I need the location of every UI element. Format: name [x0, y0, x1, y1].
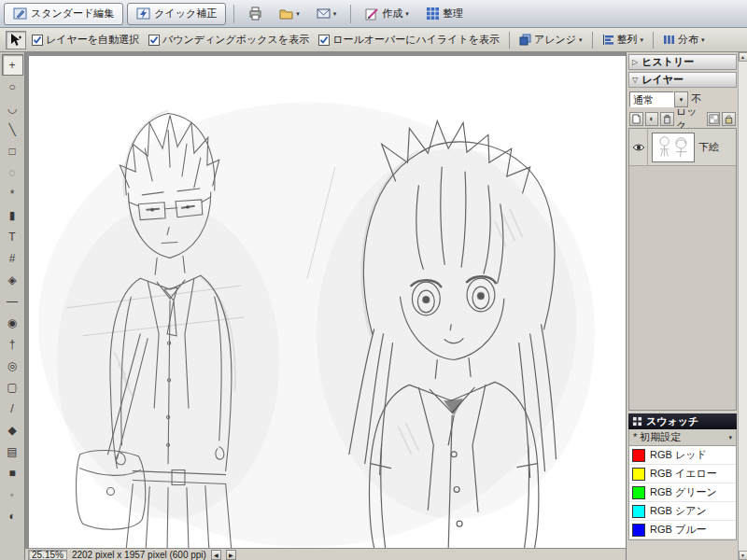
distribute-dropdown[interactable]: 分布 ▾ [659, 31, 709, 49]
swatch-color-chip[interactable] [632, 468, 645, 481]
lock-all-button[interactable] [722, 112, 736, 126]
tab-standard-edit[interactable]: スタンダード編集 [4, 3, 123, 25]
canvas[interactable] [29, 56, 626, 548]
swatch-color-chip[interactable] [632, 524, 645, 537]
blur-tool[interactable]: ◦ [2, 483, 23, 505]
swatches-palette-tab[interactable]: スウォッチ [628, 413, 737, 429]
tab-standard-edit-label: スタンダード編集 [31, 7, 114, 21]
create-button[interactable]: 作成 ▾ [359, 3, 416, 25]
layer-row[interactable]: 下絵 [629, 129, 736, 166]
envelope-icon [317, 7, 331, 21]
healing-brush-tool[interactable]: † [2, 333, 23, 355]
brush-tool[interactable]: / [2, 398, 23, 419]
arrange-label: アレンジ [534, 33, 576, 47]
zoom-level-field[interactable]: 25.15% [28, 550, 67, 560]
document-info: 2202 pixel x 1957 pixel (600 ppi) [72, 550, 206, 560]
shape-tool[interactable]: ■ [2, 462, 23, 483]
red-eye-removal-tool[interactable]: ◉ [2, 312, 23, 333]
swatch-color-chip[interactable] [632, 505, 645, 518]
shortcuts-bar: スタンダード編集 クイック補正 ▾ ▾ [0, 0, 747, 28]
distribute-label: 分布 [678, 33, 698, 47]
sponge-tool[interactable]: ◐ [2, 505, 23, 526]
layer-buttons-row: ◐ ロック [628, 109, 737, 128]
layers-palette-title: レイヤー [641, 73, 684, 87]
show-bounding-box-checkbox[interactable] [148, 35, 160, 46]
gradient-tool[interactable]: ▤ [2, 441, 23, 462]
main-area: +○◡╲□◌*▮T#◈—◉†◎▢/◆▤■◦◐ [0, 52, 747, 560]
move-cursor-icon [8, 33, 23, 48]
tab-quick-fix[interactable]: クイック補正 [127, 3, 226, 25]
swatch-color-chip[interactable] [632, 486, 645, 499]
move-tool[interactable]: + [2, 54, 23, 76]
paint-bucket-tool[interactable]: ◆ [2, 419, 23, 441]
swatch-row[interactable]: RGB イエロー [629, 465, 736, 483]
share-button[interactable]: ▾ [310, 3, 344, 25]
swatch-name: RGB レッド [650, 448, 707, 462]
history-collapse-icon[interactable]: ▷ [632, 58, 638, 66]
blend-mode-row: 通常 ▼ 不 [628, 90, 737, 109]
history-palette-title: ヒストリー [641, 55, 694, 69]
printer-icon [248, 7, 262, 21]
magic-wand-tool[interactable]: * [2, 183, 23, 204]
create-caret-icon: ▾ [405, 10, 409, 17]
print-button[interactable] [242, 3, 269, 25]
create-pen-icon [365, 7, 379, 21]
scroll-up-icon[interactable]: ▲ [739, 52, 747, 62]
lock-transparency-button[interactable] [707, 112, 721, 126]
next-document-button[interactable]: ▶ [226, 550, 236, 560]
zoom-tool[interactable]: ○ [2, 76, 23, 97]
arrange-icon [519, 34, 531, 46]
crop-tool[interactable]: # [2, 247, 23, 269]
lasso-tool[interactable]: ◌ [2, 161, 23, 183]
align-label: 整列 [617, 33, 638, 47]
selection-brush-tool[interactable]: ▮ [2, 204, 23, 226]
eraser-tool[interactable]: ▢ [2, 376, 23, 398]
eye-icon [632, 143, 645, 152]
layer-visibility-toggle[interactable] [629, 129, 648, 165]
organize-button[interactable]: 整理 [419, 3, 470, 25]
layers-collapse-icon[interactable]: ▽ [632, 76, 638, 84]
show-rollover-highlight-checkbox[interactable] [318, 35, 330, 46]
blend-mode-dropdown-icon[interactable]: ▼ [674, 91, 688, 107]
straighten-tool[interactable]: — [2, 290, 23, 312]
cookie-cutter-tool[interactable]: ◈ [2, 269, 23, 290]
type-tool[interactable]: T [2, 226, 23, 247]
show-rollover-highlight-option[interactable]: ロールオーバーにハイライトを表示 [318, 33, 500, 47]
arrange-dropdown[interactable]: アレンジ ▾ [515, 31, 586, 49]
marquee-tool[interactable]: □ [2, 140, 23, 161]
show-bounding-box-label: バウンディングボックスを表示 [162, 33, 309, 47]
palette-bin-scrollbar[interactable]: ▲ ▼ [738, 52, 747, 560]
eyedropper-tool[interactable]: ╲ [2, 119, 23, 140]
hand-tool[interactable]: ◡ [2, 97, 23, 119]
align-dropdown[interactable]: 整列 ▾ [599, 31, 648, 49]
arrange-caret-icon: ▾ [579, 36, 583, 43]
auto-select-layer-option[interactable]: レイヤーを自動選択 [32, 33, 139, 47]
sketch-image [29, 56, 626, 548]
delete-layer-button[interactable] [660, 112, 674, 126]
canvas-area [25, 52, 626, 548]
layer-name[interactable]: 下絵 [698, 140, 719, 154]
swatches-icon [632, 416, 642, 427]
new-adjustment-layer-button[interactable]: ◐ [645, 112, 659, 126]
open-button[interactable]: ▾ [273, 3, 306, 25]
swatch-row[interactable]: RGB ブルー [629, 521, 736, 539]
prev-document-button[interactable]: ◀ [211, 550, 221, 560]
swatch-color-chip[interactable] [632, 449, 645, 462]
layer-thumbnail [652, 133, 695, 162]
swatch-row[interactable]: RGB レッド [629, 446, 736, 465]
standard-edit-icon [13, 7, 27, 21]
show-bounding-box-option[interactable]: バウンディングボックスを表示 [148, 33, 309, 47]
swatch-row[interactable]: RGB シアン [629, 502, 736, 521]
new-layer-button[interactable] [629, 112, 643, 126]
layers-palette-header[interactable]: ▽ レイヤー [628, 72, 737, 88]
swatch-row[interactable]: RGB グリーン [629, 483, 736, 502]
clone-stamp-tool[interactable]: ◎ [2, 355, 23, 376]
auto-select-layer-checkbox[interactable] [32, 35, 43, 46]
history-palette-header[interactable]: ▷ ヒストリー [628, 54, 737, 70]
swatch-preset-select[interactable]: * 初期設定 ▾ [628, 429, 737, 446]
options-separator [592, 32, 593, 49]
scroll-down-icon[interactable]: ▼ [739, 551, 747, 560]
toolbar-separator [350, 5, 351, 23]
layers-palette: 通常 ▼ 不 ◐ ロック [628, 90, 737, 411]
blend-mode-select[interactable]: 通常 ▼ [629, 91, 688, 107]
